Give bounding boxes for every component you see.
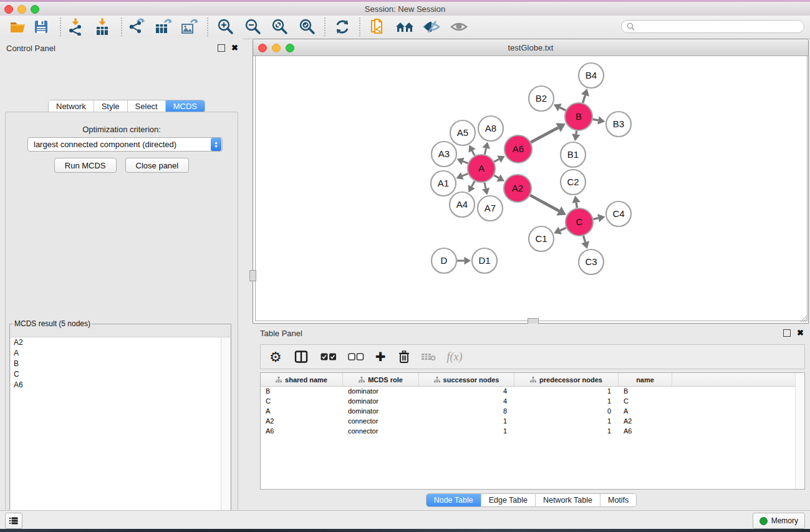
graph-node-A1[interactable]: A1 (431, 171, 456, 196)
graph-node-A4[interactable]: A4 (450, 192, 475, 217)
edge-B-B1[interactable] (576, 131, 577, 135)
tab-node-table[interactable]: Node Table (427, 494, 481, 506)
close-panel-icon[interactable]: ✖ (231, 45, 238, 51)
zoom-selected-button[interactable] (297, 17, 318, 37)
show-all-button[interactable] (448, 17, 470, 37)
table-cell[interactable]: B (619, 387, 672, 397)
edge-A-A7[interactable] (485, 182, 486, 188)
table-cell[interactable]: B (261, 387, 343, 397)
edge-C-C3[interactable] (584, 236, 586, 242)
graph-node-A5[interactable]: A5 (450, 120, 475, 145)
tab-select[interactable]: Select (127, 100, 165, 112)
graph-node-A2[interactable]: A2 (504, 175, 531, 202)
result-item[interactable]: C (11, 369, 230, 380)
edge-A-A1[interactable] (462, 173, 468, 176)
tab-network[interactable]: Network (49, 100, 94, 112)
edge-A-A4[interactable] (471, 181, 475, 186)
show-panels-button[interactable] (5, 513, 22, 529)
table-cell[interactable]: A (261, 407, 343, 417)
table-row[interactable]: A2connector11A2 (261, 417, 804, 427)
result-item[interactable]: A2 (11, 337, 230, 348)
graph-node-B1[interactable]: B1 (561, 142, 586, 167)
graph-node-A8[interactable]: A8 (478, 116, 503, 141)
float-table-panel-icon[interactable] (783, 329, 791, 337)
zoom-in-button[interactable] (215, 17, 236, 37)
table-cell[interactable]: 1 (514, 417, 619, 427)
tab-mcds[interactable]: MCDS (165, 100, 205, 112)
result-item[interactable]: B (11, 359, 230, 369)
select-all-columns-button[interactable] (321, 347, 337, 366)
open-session-button[interactable] (7, 17, 29, 37)
table-cell[interactable]: A6 (261, 427, 343, 437)
edge-A-A8[interactable] (485, 148, 486, 155)
export-image-button[interactable] (179, 17, 200, 37)
table-row[interactable]: Cdominator41C (261, 397, 804, 407)
import-network-button[interactable] (65, 17, 86, 37)
table-cell[interactable]: dominator (343, 407, 419, 417)
float-panel-icon[interactable] (218, 44, 225, 52)
save-session-button[interactable] (31, 17, 52, 37)
table-cell[interactable]: A2 (619, 417, 672, 427)
graph-node-C[interactable]: C (566, 208, 593, 236)
table-cell[interactable]: 1 (419, 417, 514, 427)
network-window-titlebar[interactable]: testGlobe.txt (253, 39, 808, 56)
graph-node-D1[interactable]: D1 (472, 248, 497, 273)
graph-node-A[interactable]: A (468, 155, 495, 182)
column-header-successor-nodes[interactable]: successor nodes (419, 373, 514, 386)
graph-node-B3[interactable]: B3 (606, 112, 631, 137)
graph-node-A7[interactable]: A7 (478, 196, 503, 221)
export-table-button[interactable] (153, 17, 174, 37)
graph-node-B2[interactable]: B2 (529, 86, 554, 111)
run-mcds-button[interactable]: Run MCDS (54, 158, 117, 173)
tab-motifs[interactable]: Motifs (600, 494, 636, 506)
table-cell[interactable]: 1 (514, 427, 619, 437)
export-network-button[interactable] (126, 17, 147, 37)
graph-node-D[interactable]: D (432, 248, 456, 273)
table-cell[interactable]: 8 (419, 407, 514, 417)
table-cell[interactable]: 0 (514, 407, 619, 417)
function-builder-button[interactable]: f(x) (447, 347, 463, 366)
graph-node-C3[interactable]: C3 (579, 249, 604, 274)
mcds-result-list[interactable]: A2ABCA6 (11, 337, 230, 526)
edge-A-A6[interactable] (494, 159, 499, 162)
close-panel-button[interactable]: Close panel (125, 158, 190, 173)
close-table-panel-icon[interactable]: ✖ (797, 330, 804, 336)
search-input[interactable] (638, 22, 804, 32)
column-header-shared-name[interactable]: shared name (261, 373, 343, 386)
tab-style[interactable]: Style (94, 100, 127, 112)
edge-C-C1[interactable] (560, 228, 566, 230)
result-scrollbar[interactable] (221, 337, 230, 526)
table-settings-button[interactable]: ⚙ (269, 347, 282, 366)
hide-selected-button[interactable] (421, 17, 442, 37)
edge-A-A2[interactable] (494, 175, 498, 178)
graph-node-A6[interactable]: A6 (504, 135, 532, 163)
table-row[interactable]: A6connector11A6 (261, 427, 804, 437)
clone-network-button[interactable] (367, 17, 388, 37)
graph-node-C4[interactable]: C4 (606, 201, 631, 226)
table-cell[interactable]: 1 (419, 427, 514, 437)
create-column-button[interactable]: ✚ (375, 347, 386, 366)
show-column-button[interactable] (294, 347, 308, 366)
network-canvas[interactable]: B4B2BB3A8A5A6B1A3AC2A1A2A4A7C4CC1C3DD1 (255, 56, 808, 321)
edge-A-A3[interactable] (463, 162, 468, 163)
graph-node-C1[interactable]: C1 (529, 226, 554, 251)
zoom-fit-button[interactable] (269, 17, 291, 37)
delete-table-button[interactable] (421, 347, 436, 366)
optimization-dropdown[interactable]: largest connected component (directed) ▲… (27, 137, 223, 152)
resize-grip-icon[interactable] (799, 314, 808, 322)
table-row[interactable]: Bdominator41B (261, 387, 804, 397)
table-cell[interactable]: connector (343, 427, 419, 437)
edge-A-A5[interactable] (472, 151, 475, 156)
apply-layout-button[interactable] (332, 17, 353, 37)
first-neighbors-button[interactable] (394, 17, 415, 37)
tab-edge-table[interactable]: Edge Table (481, 494, 535, 506)
result-item[interactable]: A (11, 348, 230, 359)
edge-A6-B[interactable] (531, 128, 558, 143)
network-graph[interactable]: B4B2BB3A8A5A6B1A3AC2A1A2A4A7C4CC1C3DD1 (256, 56, 807, 321)
zoom-out-button[interactable] (243, 17, 264, 37)
column-header-predecessor-nodes[interactable]: predecessor nodes (514, 373, 619, 386)
result-item[interactable]: A6 (11, 380, 230, 390)
table-cell[interactable]: C (261, 397, 343, 407)
node-table[interactable]: shared nameMCDS rolesuccessor nodesprede… (260, 372, 805, 490)
table-scrollbar[interactable] (795, 373, 804, 489)
